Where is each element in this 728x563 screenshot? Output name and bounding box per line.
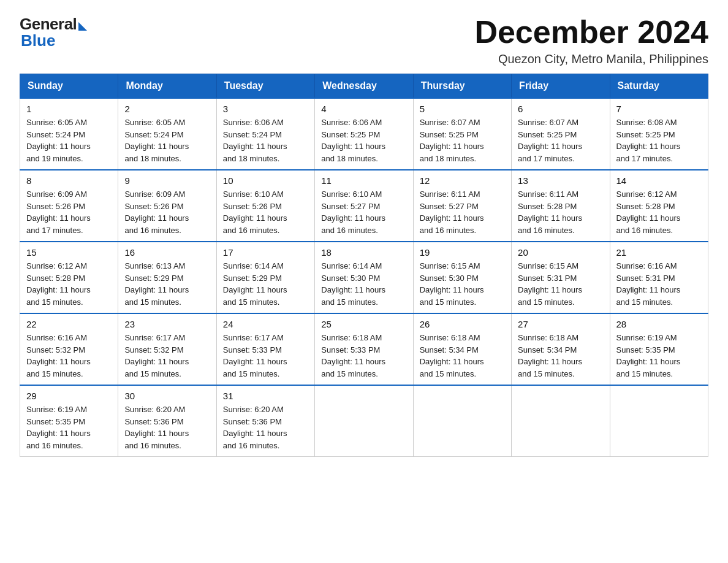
calendar-cell <box>413 385 511 457</box>
calendar-cell: 30Sunrise: 6:20 AMSunset: 5:36 PMDayligh… <box>118 385 216 457</box>
calendar-cell <box>610 385 708 457</box>
day-number: 6 <box>518 104 603 114</box>
day-info: Sunrise: 6:18 AMSunset: 5:33 PMDaylight:… <box>321 332 406 380</box>
day-info: Sunrise: 6:11 AMSunset: 5:27 PMDaylight:… <box>420 188 505 236</box>
day-info: Sunrise: 6:10 AMSunset: 5:26 PMDaylight:… <box>223 188 308 236</box>
calendar-cell: 25Sunrise: 6:18 AMSunset: 5:33 PMDayligh… <box>315 313 413 385</box>
calendar-cell: 4Sunrise: 6:06 AMSunset: 5:25 PMDaylight… <box>315 98 413 170</box>
day-number: 25 <box>321 319 406 329</box>
logo-blue-text: Blue <box>20 31 55 50</box>
day-number: 12 <box>420 175 505 186</box>
calendar-cell: 2Sunrise: 6:05 AMSunset: 5:24 PMDaylight… <box>118 98 216 170</box>
calendar-cell <box>315 385 413 457</box>
day-number: 4 <box>321 104 406 114</box>
calendar-cell: 27Sunrise: 6:18 AMSunset: 5:34 PMDayligh… <box>512 313 610 385</box>
weekday-header-tuesday: Tuesday <box>216 74 314 99</box>
day-number: 27 <box>518 319 603 329</box>
weekday-header-wednesday: Wednesday <box>315 74 413 99</box>
day-number: 29 <box>26 391 112 401</box>
week-row-5: 29Sunrise: 6:19 AMSunset: 5:35 PMDayligh… <box>20 385 708 457</box>
logo-triangle-icon <box>78 22 87 31</box>
calendar-cell: 15Sunrise: 6:12 AMSunset: 5:28 PMDayligh… <box>20 242 118 313</box>
day-info: Sunrise: 6:15 AMSunset: 5:30 PMDaylight:… <box>420 260 505 308</box>
day-number: 8 <box>26 175 112 186</box>
day-number: 23 <box>124 319 210 329</box>
day-info: Sunrise: 6:14 AMSunset: 5:30 PMDaylight:… <box>321 260 406 308</box>
day-info: Sunrise: 6:12 AMSunset: 5:28 PMDaylight:… <box>616 188 702 236</box>
weekday-header-thursday: Thursday <box>413 74 511 99</box>
day-info: Sunrise: 6:20 AMSunset: 5:36 PMDaylight:… <box>124 404 210 451</box>
calendar-cell: 6Sunrise: 6:07 AMSunset: 5:25 PMDaylight… <box>512 98 610 170</box>
day-info: Sunrise: 6:17 AMSunset: 5:32 PMDaylight:… <box>124 332 210 380</box>
day-info: Sunrise: 6:05 AMSunset: 5:24 PMDaylight:… <box>26 117 112 164</box>
day-number: 22 <box>26 319 112 329</box>
calendar-cell: 11Sunrise: 6:10 AMSunset: 5:27 PMDayligh… <box>315 170 413 242</box>
calendar-cell: 12Sunrise: 6:11 AMSunset: 5:27 PMDayligh… <box>413 170 511 242</box>
day-number: 24 <box>223 319 308 329</box>
calendar-cell <box>512 385 610 457</box>
calendar-cell: 19Sunrise: 6:15 AMSunset: 5:30 PMDayligh… <box>413 242 511 313</box>
calendar-cell: 1Sunrise: 6:05 AMSunset: 5:24 PMDaylight… <box>20 98 118 170</box>
day-info: Sunrise: 6:12 AMSunset: 5:28 PMDaylight:… <box>26 260 112 308</box>
week-row-1: 1Sunrise: 6:05 AMSunset: 5:24 PMDaylight… <box>20 98 708 170</box>
day-info: Sunrise: 6:05 AMSunset: 5:24 PMDaylight:… <box>124 117 210 164</box>
day-info: Sunrise: 6:15 AMSunset: 5:31 PMDaylight:… <box>518 260 603 308</box>
day-number: 15 <box>26 247 112 258</box>
week-row-4: 22Sunrise: 6:16 AMSunset: 5:32 PMDayligh… <box>20 313 708 385</box>
day-number: 20 <box>518 247 603 258</box>
day-info: Sunrise: 6:10 AMSunset: 5:27 PMDaylight:… <box>321 188 406 236</box>
calendar-cell: 26Sunrise: 6:18 AMSunset: 5:34 PMDayligh… <box>413 313 511 385</box>
weekday-header-friday: Friday <box>512 74 610 99</box>
day-number: 14 <box>616 175 702 186</box>
day-info: Sunrise: 6:06 AMSunset: 5:25 PMDaylight:… <box>321 117 406 164</box>
day-info: Sunrise: 6:20 AMSunset: 5:36 PMDaylight:… <box>223 404 308 451</box>
day-number: 19 <box>420 247 505 258</box>
week-row-2: 8Sunrise: 6:09 AMSunset: 5:26 PMDaylight… <box>20 170 708 242</box>
day-info: Sunrise: 6:17 AMSunset: 5:33 PMDaylight:… <box>223 332 308 380</box>
day-info: Sunrise: 6:16 AMSunset: 5:32 PMDaylight:… <box>26 332 112 380</box>
calendar-cell: 28Sunrise: 6:19 AMSunset: 5:35 PMDayligh… <box>610 313 708 385</box>
day-number: 31 <box>223 391 308 401</box>
week-row-3: 15Sunrise: 6:12 AMSunset: 5:28 PMDayligh… <box>20 242 708 313</box>
calendar-cell: 5Sunrise: 6:07 AMSunset: 5:25 PMDaylight… <box>413 98 511 170</box>
day-number: 10 <box>223 175 308 186</box>
calendar-cell: 14Sunrise: 6:12 AMSunset: 5:28 PMDayligh… <box>610 170 708 242</box>
calendar-table: SundayMondayTuesdayWednesdayThursdayFrid… <box>20 74 708 457</box>
day-number: 26 <box>420 319 505 329</box>
day-info: Sunrise: 6:18 AMSunset: 5:34 PMDaylight:… <box>518 332 603 380</box>
logo: General Blue <box>20 15 87 50</box>
day-info: Sunrise: 6:07 AMSunset: 5:25 PMDaylight:… <box>518 117 603 164</box>
calendar-cell: 16Sunrise: 6:13 AMSunset: 5:29 PMDayligh… <box>118 242 216 313</box>
day-number: 2 <box>124 104 210 114</box>
calendar-cell: 21Sunrise: 6:16 AMSunset: 5:31 PMDayligh… <box>610 242 708 313</box>
calendar-cell: 31Sunrise: 6:20 AMSunset: 5:36 PMDayligh… <box>216 385 314 457</box>
location-title: Quezon City, Metro Manila, Philippines <box>474 52 708 66</box>
calendar-cell: 17Sunrise: 6:14 AMSunset: 5:29 PMDayligh… <box>216 242 314 313</box>
day-info: Sunrise: 6:19 AMSunset: 5:35 PMDaylight:… <box>26 404 112 451</box>
calendar-cell: 23Sunrise: 6:17 AMSunset: 5:32 PMDayligh… <box>118 313 216 385</box>
page-header: General Blue December 2024 Quezon City, … <box>20 15 708 66</box>
day-number: 5 <box>420 104 505 114</box>
day-number: 16 <box>124 247 210 258</box>
day-info: Sunrise: 6:11 AMSunset: 5:28 PMDaylight:… <box>518 188 603 236</box>
calendar-cell: 29Sunrise: 6:19 AMSunset: 5:35 PMDayligh… <box>20 385 118 457</box>
title-block: December 2024 Quezon City, Metro Manila,… <box>474 15 708 66</box>
day-info: Sunrise: 6:18 AMSunset: 5:34 PMDaylight:… <box>420 332 505 380</box>
calendar-cell: 3Sunrise: 6:06 AMSunset: 5:24 PMDaylight… <box>216 98 314 170</box>
day-number: 9 <box>124 175 210 186</box>
day-info: Sunrise: 6:14 AMSunset: 5:29 PMDaylight:… <box>223 260 308 308</box>
calendar-cell: 8Sunrise: 6:09 AMSunset: 5:26 PMDaylight… <box>20 170 118 242</box>
weekday-header-saturday: Saturday <box>610 74 708 99</box>
calendar-cell: 18Sunrise: 6:14 AMSunset: 5:30 PMDayligh… <box>315 242 413 313</box>
day-info: Sunrise: 6:08 AMSunset: 5:25 PMDaylight:… <box>616 117 702 164</box>
day-number: 28 <box>616 319 702 329</box>
day-info: Sunrise: 6:19 AMSunset: 5:35 PMDaylight:… <box>616 332 702 380</box>
calendar-cell: 22Sunrise: 6:16 AMSunset: 5:32 PMDayligh… <box>20 313 118 385</box>
day-info: Sunrise: 6:13 AMSunset: 5:29 PMDaylight:… <box>124 260 210 308</box>
calendar-cell: 20Sunrise: 6:15 AMSunset: 5:31 PMDayligh… <box>512 242 610 313</box>
calendar-cell: 13Sunrise: 6:11 AMSunset: 5:28 PMDayligh… <box>512 170 610 242</box>
calendar-cell: 10Sunrise: 6:10 AMSunset: 5:26 PMDayligh… <box>216 170 314 242</box>
day-info: Sunrise: 6:07 AMSunset: 5:25 PMDaylight:… <box>420 117 505 164</box>
calendar-cell: 7Sunrise: 6:08 AMSunset: 5:25 PMDaylight… <box>610 98 708 170</box>
weekday-header-row: SundayMondayTuesdayWednesdayThursdayFrid… <box>20 74 708 99</box>
